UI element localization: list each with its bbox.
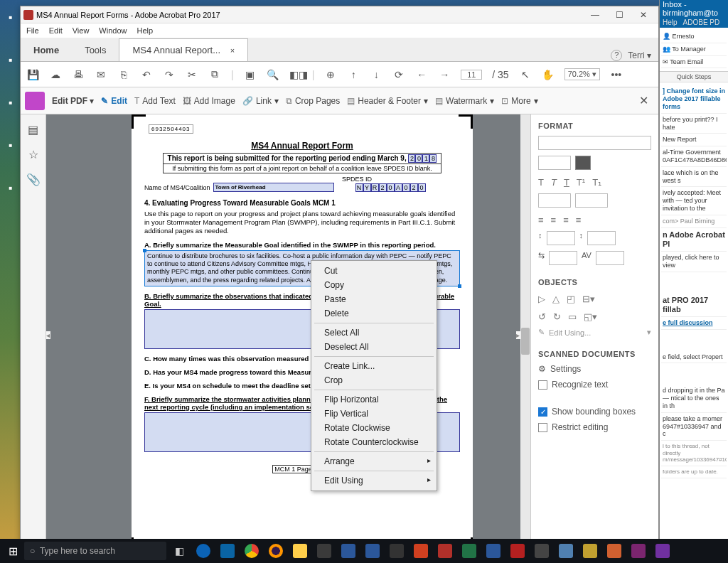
header-footer-dropdown[interactable]: ▤Header & Footer ▾ (347, 96, 428, 106)
outlook-help[interactable]: Help (663, 18, 678, 26)
explorer-icon[interactable] (289, 541, 311, 561)
menu-edit[interactable]: Edit (49, 26, 63, 35)
list-item[interactable]: al-Time Government 0AF1C478A8DB46D860CCC (661, 146, 727, 167)
list-item[interactable]: l to this thread, not directly m/message… (661, 441, 727, 466)
menu-flip-v[interactable]: Flip Vertical (311, 407, 437, 421)
align-object-icon[interactable]: ⊟▾ (582, 294, 595, 304)
font-dropdown[interactable] (538, 136, 651, 150)
task-view-icon[interactable]: ◧ (168, 541, 191, 561)
add-image-button[interactable]: 🖼Add Image (183, 96, 235, 106)
menu-copy[interactable]: Copy (311, 278, 437, 292)
tab-tools[interactable]: Tools (72, 39, 119, 61)
hand-tool-icon[interactable]: ✋ (542, 69, 555, 80)
app-icon[interactable] (603, 541, 626, 561)
list-item[interactable]: e full discussion (661, 317, 727, 330)
align-center-icon[interactable]: ≡ (551, 215, 557, 225)
menu-delete[interactable]: Delete (311, 306, 437, 321)
more-dropdown[interactable]: ⊡More ▾ (501, 96, 537, 106)
desktop-icon[interactable]: ■ (1, 57, 20, 85)
menu-select-all[interactable]: Select All (311, 326, 437, 340)
line-spacing-icon[interactable]: ↕ (538, 231, 542, 245)
page-number-input[interactable]: 11 (461, 70, 482, 80)
align-right-icon[interactable]: ≡ (563, 215, 569, 225)
crop-object-icon[interactable]: ◰ (567, 294, 575, 304)
prev-icon[interactable]: ← (415, 69, 428, 80)
spdes-id-field[interactable]: NYR20A020 (355, 183, 426, 192)
settings-button[interactable]: ⚙Settings (538, 364, 651, 374)
outlook-contact[interactable]: 👤 Ernesto (661, 31, 727, 43)
menu-rotate-cw[interactable]: Rotate Clockwise (311, 421, 437, 435)
app-icon[interactable] (555, 541, 577, 561)
align-justify-icon[interactable]: ≡ (576, 215, 582, 225)
desktop-icon[interactable]: ■ (1, 100, 20, 128)
char-spacing-dropdown[interactable] (596, 251, 624, 265)
superscript-icon[interactable]: T¹ (577, 177, 585, 188)
menu-crop[interactable]: Crop (311, 373, 437, 387)
app-icon[interactable] (361, 541, 384, 561)
fit-icon[interactable]: ⊕ (324, 69, 337, 80)
rotate-ccw-icon[interactable]: ↺ (538, 311, 546, 322)
edge-icon[interactable] (192, 541, 215, 561)
list-item[interactable]: at PRO 2017 fillab (661, 294, 727, 317)
subscript-icon[interactable]: T₁ (592, 177, 601, 188)
underline-icon[interactable]: T (564, 177, 569, 188)
chrome-icon[interactable] (240, 541, 263, 561)
select-tool-icon[interactable]: ↖ (519, 69, 532, 80)
cloud-icon[interactable]: ☁ (49, 69, 62, 80)
maximize-button[interactable]: ☐ (607, 10, 631, 20)
rotate-cw-icon[interactable]: ↻ (553, 311, 561, 322)
redo-icon[interactable]: ↷ (163, 69, 176, 80)
app-icon[interactable] (385, 541, 408, 561)
app-icon[interactable] (651, 541, 674, 561)
outlook-icon[interactable] (216, 541, 239, 561)
menu-edit-using[interactable]: Edit Using (311, 473, 437, 488)
tab-close-icon[interactable]: × (230, 46, 235, 55)
print-icon[interactable]: 🖶 (72, 69, 85, 80)
menu-deselect-all[interactable]: Deselect All (311, 340, 437, 354)
tab-document[interactable]: MS4 Annual Report... × (119, 38, 248, 61)
flip-h-icon[interactable]: ▷ (538, 294, 545, 304)
document-canvas[interactable]: ◂ 6932504403 MS4 Annual Report Form This… (46, 114, 530, 548)
search-icon[interactable]: 🔍 (267, 69, 279, 80)
save-icon[interactable]: 💾 (26, 69, 39, 80)
list-item[interactable]: lace which is on the west s (661, 167, 727, 188)
paragraph-spacing-icon[interactable]: ↕ (579, 231, 584, 245)
undo-icon[interactable]: ↶ (140, 69, 153, 80)
list-item[interactable]: e field, select Propert (661, 351, 727, 364)
crop-pages-button[interactable]: ⧉Crop Pages (286, 96, 340, 106)
up-icon[interactable]: ↑ (347, 69, 360, 80)
menu-flip-h[interactable]: Flip Horizontal (311, 392, 437, 407)
close-button[interactable]: ✕ (631, 10, 655, 20)
outlook-contact[interactable]: ✉ Team Email (661, 56, 727, 69)
list-item[interactable]: before you print?? I hate (661, 114, 727, 134)
acrobat-taskbar-icon[interactable] (434, 541, 456, 561)
menu-paste[interactable]: Paste (311, 292, 437, 306)
font-size-dropdown[interactable] (538, 156, 571, 170)
link-dropdown[interactable]: 🔗Link ▾ (242, 96, 279, 106)
next-icon[interactable]: → (438, 69, 451, 80)
bookmarks-icon[interactable]: ☆ (28, 148, 38, 161)
menu-file[interactable]: File (26, 26, 39, 35)
restrict-editing-checkbox[interactable]: Restrict editing (538, 422, 651, 432)
add-text-button[interactable]: TAdd Text (134, 96, 176, 106)
watermark-dropdown[interactable]: ▤Watermark ▾ (435, 96, 494, 106)
user-menu[interactable]: Terri ▾ (628, 50, 651, 60)
list-item[interactable]: n Adobe Acrobat Pl (661, 228, 727, 252)
list-item[interactable]: ively accepted: Meet with — ted your inv… (661, 187, 727, 215)
para-spacing-dropdown[interactable] (587, 231, 616, 245)
start-button[interactable]: ⊞ (3, 541, 23, 561)
list-item[interactable]: folders are up to date. (661, 466, 727, 478)
camera-icon[interactable]: ▣ (244, 69, 257, 80)
scroll-thumb[interactable] (521, 328, 530, 355)
menu-create-link[interactable]: Create Link... (311, 359, 437, 373)
panel-drag-handle[interactable]: ◂ (46, 331, 50, 339)
firefox-icon[interactable] (264, 541, 287, 561)
edit-using-dropdown[interactable]: Edit Using... (549, 328, 643, 337)
export-icon[interactable]: ⎘ (117, 69, 130, 80)
color-swatch[interactable] (575, 156, 591, 170)
app-icon[interactable] (410, 541, 432, 561)
vertical-scrollbar[interactable] (520, 114, 530, 548)
taskbar-search[interactable]: ○ Type here to search (24, 542, 166, 560)
year-field[interactable]: 2018 (408, 154, 437, 163)
desktop-icon[interactable]: ■ (1, 185, 20, 213)
